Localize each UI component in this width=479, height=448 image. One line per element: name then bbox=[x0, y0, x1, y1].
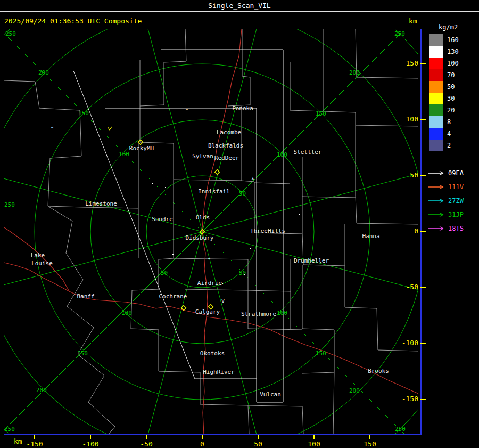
x-axis-tick bbox=[258, 435, 259, 439]
y-axis-tick bbox=[420, 343, 426, 344]
city-label: ThreeHills bbox=[250, 227, 285, 234]
y-axis-tick-label: 0 bbox=[396, 227, 418, 235]
x-axis-tick-label: 0 bbox=[189, 440, 215, 448]
x-axis-tick bbox=[34, 435, 35, 439]
x-axis-tick-label: 100 bbox=[301, 440, 327, 448]
city-label: Limestone bbox=[85, 200, 117, 207]
x-axis-tick bbox=[313, 435, 315, 439]
dot-symbol-icon bbox=[250, 248, 251, 249]
city-label: Lacombe bbox=[217, 129, 241, 136]
legend-color-swatch bbox=[429, 46, 443, 58]
legend-level-row: 130 bbox=[429, 46, 459, 58]
asterisk-symbol-icon: * bbox=[251, 177, 254, 183]
city-label: Cochrane bbox=[159, 293, 187, 300]
city-label: Vulcan bbox=[260, 391, 281, 398]
range-label: 150 bbox=[316, 110, 326, 117]
city-label: Olds bbox=[196, 214, 210, 221]
vee-symbol-icon: v bbox=[221, 298, 225, 304]
legend-level-value: 160 bbox=[447, 36, 459, 44]
x-axis-tick bbox=[202, 435, 203, 439]
range-label: 250 bbox=[395, 426, 406, 433]
legend-color-swatch bbox=[429, 69, 443, 81]
highway-1-west bbox=[4, 263, 205, 315]
y-axis-tick bbox=[420, 175, 426, 176]
legend-level-value: 70 bbox=[447, 71, 455, 79]
legend-color-swatch bbox=[429, 116, 443, 128]
range-label: 250 bbox=[4, 426, 15, 433]
y-axis-tick-label: 100 bbox=[396, 115, 418, 123]
range-label: 150 bbox=[78, 110, 89, 117]
dot-symbol-icon bbox=[165, 187, 166, 188]
range-label: 100 bbox=[277, 309, 287, 316]
y-axis-tick bbox=[420, 231, 426, 232]
legend-station-row: 31JP bbox=[427, 208, 464, 222]
legend-level-value: 50 bbox=[447, 83, 455, 91]
dot-symbol-icon bbox=[152, 183, 153, 184]
x-axis-tick bbox=[369, 435, 370, 439]
station-arrow-icon bbox=[427, 184, 446, 190]
range-label: 150 bbox=[316, 350, 326, 357]
range-label: 100 bbox=[119, 151, 129, 158]
station-arrow-icon bbox=[427, 225, 446, 232]
city-label: Louise bbox=[31, 260, 53, 267]
station-id: 111V bbox=[448, 183, 464, 191]
legend-level-value: 8 bbox=[447, 118, 451, 126]
y-axis-tick-label: 50 bbox=[396, 171, 418, 179]
city-label: Ponoka bbox=[232, 105, 253, 112]
station-arrow-icon bbox=[427, 170, 446, 176]
y-axis-tick-label: -100 bbox=[396, 339, 418, 347]
legend-level-row: 2 bbox=[429, 140, 459, 151]
y-axis-tick bbox=[420, 119, 426, 120]
range-label: 200 bbox=[349, 387, 360, 394]
legend-color-swatch bbox=[429, 128, 443, 140]
dot-symbol-icon bbox=[172, 254, 174, 255]
legend-level-row: 100 bbox=[429, 58, 459, 69]
legend-color-swatch bbox=[429, 140, 443, 151]
range-label: 200 bbox=[349, 69, 360, 76]
chevron-marker-icon bbox=[108, 127, 112, 130]
range-label: 150 bbox=[77, 350, 88, 357]
radar-station-legend: 09EA111V27ZW31JP18TS bbox=[427, 166, 464, 235]
legend-station-row: 18TS bbox=[427, 222, 464, 235]
radar-map-display[interactable]: 2502001501001001502002502501001502002501… bbox=[4, 29, 418, 434]
city-label: Didsbury bbox=[186, 234, 214, 241]
legend-color-swatch bbox=[429, 93, 443, 104]
range-label: 250 bbox=[5, 30, 16, 37]
city-label: RockyMH bbox=[129, 145, 154, 152]
legend-level-row: 20 bbox=[429, 104, 459, 116]
range-label: 50 bbox=[239, 190, 246, 197]
caret-symbol-icon: ^ bbox=[185, 108, 188, 114]
range-label: 100 bbox=[121, 309, 132, 316]
station-id: 31JP bbox=[448, 211, 464, 218]
city-label: Calgary bbox=[195, 308, 220, 315]
city-label: Sylvan bbox=[192, 153, 213, 160]
city-label: Lake bbox=[31, 252, 45, 259]
arrow-shape bbox=[428, 213, 443, 217]
legend-level-value: 100 bbox=[447, 60, 459, 67]
city-label: Drumheller bbox=[294, 257, 329, 264]
legend-color-swatch bbox=[429, 81, 443, 93]
highway-1-east bbox=[207, 317, 418, 394]
city-label: Okotoks bbox=[200, 350, 225, 357]
legend-station-row: 09EA bbox=[427, 166, 464, 180]
legend-station-row: 27ZW bbox=[427, 194, 464, 208]
arrow-shape bbox=[428, 185, 443, 189]
caret-symbol-icon: ^ bbox=[51, 126, 54, 132]
y-axis-tick bbox=[420, 287, 426, 288]
city-label: Stettler bbox=[294, 149, 322, 156]
arrow-shape bbox=[428, 227, 443, 231]
x-axis-tick-label: 150 bbox=[357, 440, 383, 448]
legend-level-row: 70 bbox=[429, 69, 459, 81]
x-axis-tick bbox=[90, 435, 91, 439]
legend-level-value: 20 bbox=[447, 107, 455, 114]
window-title: Single_Scan_VIL bbox=[0, 0, 479, 12]
radar-sector-outline bbox=[73, 50, 283, 402]
x-axis-tick-label: 50 bbox=[245, 440, 271, 448]
range-label: 200 bbox=[38, 69, 49, 76]
range-label: 50 bbox=[161, 270, 168, 276]
legend-level-row: 4 bbox=[429, 128, 459, 140]
station-id: 09EA bbox=[448, 169, 464, 177]
city-label: Hanna bbox=[362, 233, 379, 240]
city-label: RedDeer bbox=[214, 154, 240, 161]
y-axis-tick-label: 150 bbox=[396, 59, 418, 67]
